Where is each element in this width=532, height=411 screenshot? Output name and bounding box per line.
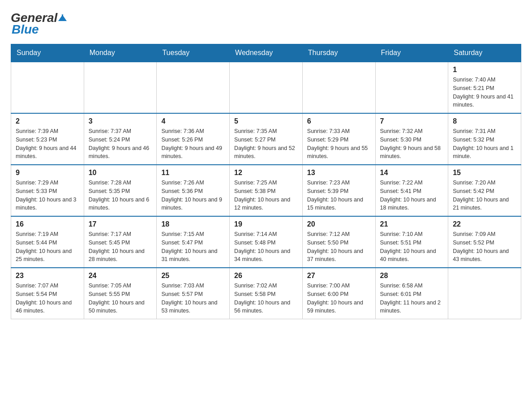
calendar-cell: 3Sunrise: 7:37 AM Sunset: 5:24 PM Daylig…	[84, 113, 157, 165]
day-number: 19	[234, 220, 298, 228]
day-info: Sunrise: 7:14 AM Sunset: 5:48 PM Dayligh…	[234, 230, 298, 264]
day-info: Sunrise: 7:15 AM Sunset: 5:47 PM Dayligh…	[161, 230, 225, 264]
day-info: Sunrise: 7:22 AM Sunset: 5:41 PM Dayligh…	[380, 179, 444, 212]
day-info: Sunrise: 7:26 AM Sunset: 5:36 PM Dayligh…	[161, 179, 225, 212]
calendar: SundayMondayTuesdayWednesdayThursdayFrid…	[11, 44, 521, 319]
day-number: 18	[161, 220, 225, 228]
week-row-4: 16Sunrise: 7:19 AM Sunset: 5:44 PM Dayli…	[11, 216, 521, 268]
week-row-3: 9Sunrise: 7:29 AM Sunset: 5:33 PM Daylig…	[11, 165, 521, 216]
day-info: Sunrise: 7:19 AM Sunset: 5:44 PM Dayligh…	[16, 230, 79, 264]
day-info: Sunrise: 7:28 AM Sunset: 5:35 PM Dayligh…	[89, 179, 152, 212]
page-header: General Blue	[11, 11, 521, 37]
calendar-cell	[302, 62, 375, 113]
day-number: 11	[161, 169, 225, 177]
day-info: Sunrise: 7:29 AM Sunset: 5:33 PM Dayligh…	[16, 179, 79, 212]
day-info: Sunrise: 7:25 AM Sunset: 5:38 PM Dayligh…	[234, 179, 298, 212]
day-number: 24	[89, 272, 152, 280]
calendar-cell	[448, 268, 521, 319]
day-number: 23	[16, 272, 79, 280]
day-info: Sunrise: 7:03 AM Sunset: 5:57 PM Dayligh…	[161, 282, 225, 315]
day-number: 5	[234, 117, 298, 125]
calendar-cell: 11Sunrise: 7:26 AM Sunset: 5:36 PM Dayli…	[157, 165, 230, 216]
day-info: Sunrise: 7:32 AM Sunset: 5:30 PM Dayligh…	[380, 127, 444, 161]
calendar-cell: 12Sunrise: 7:25 AM Sunset: 5:38 PM Dayli…	[230, 165, 303, 216]
calendar-cell: 22Sunrise: 7:09 AM Sunset: 5:52 PM Dayli…	[448, 216, 521, 268]
day-number: 8	[453, 117, 516, 125]
calendar-cell	[84, 62, 157, 113]
day-info: Sunrise: 7:05 AM Sunset: 5:55 PM Dayligh…	[89, 282, 152, 315]
calendar-cell: 9Sunrise: 7:29 AM Sunset: 5:33 PM Daylig…	[11, 165, 84, 216]
calendar-cell: 13Sunrise: 7:23 AM Sunset: 5:39 PM Dayli…	[302, 165, 375, 216]
day-info: Sunrise: 7:09 AM Sunset: 5:52 PM Dayligh…	[453, 230, 516, 264]
day-number: 4	[161, 117, 225, 125]
weekday-header-saturday: Saturday	[448, 44, 521, 62]
calendar-cell	[11, 62, 84, 113]
weekday-header-sunday: Sunday	[11, 44, 84, 62]
day-info: Sunrise: 7:23 AM Sunset: 5:39 PM Dayligh…	[307, 179, 371, 212]
calendar-cell: 27Sunrise: 7:00 AM Sunset: 6:00 PM Dayli…	[302, 268, 375, 319]
day-number: 9	[16, 169, 79, 177]
day-number: 20	[307, 220, 371, 228]
logo-arrow-right	[62, 14, 67, 21]
day-info: Sunrise: 7:02 AM Sunset: 5:58 PM Dayligh…	[234, 282, 298, 315]
calendar-cell: 4Sunrise: 7:36 AM Sunset: 5:26 PM Daylig…	[157, 113, 230, 165]
calendar-cell: 14Sunrise: 7:22 AM Sunset: 5:41 PM Dayli…	[375, 165, 448, 216]
day-info: Sunrise: 7:10 AM Sunset: 5:51 PM Dayligh…	[380, 230, 444, 264]
calendar-cell: 2Sunrise: 7:39 AM Sunset: 5:23 PM Daylig…	[11, 113, 84, 165]
weekday-header-thursday: Thursday	[302, 44, 375, 62]
day-info: Sunrise: 7:35 AM Sunset: 5:27 PM Dayligh…	[234, 127, 298, 161]
day-info: Sunrise: 7:07 AM Sunset: 5:54 PM Dayligh…	[16, 282, 79, 315]
calendar-cell	[157, 62, 230, 113]
logo: General Blue	[11, 11, 67, 37]
day-number: 21	[380, 220, 444, 228]
logo-blue-text: Blue	[12, 22, 39, 37]
day-info: Sunrise: 7:36 AM Sunset: 5:26 PM Dayligh…	[161, 127, 225, 161]
week-row-5: 23Sunrise: 7:07 AM Sunset: 5:54 PM Dayli…	[11, 268, 521, 319]
calendar-cell: 26Sunrise: 7:02 AM Sunset: 5:58 PM Dayli…	[230, 268, 303, 319]
day-number: 3	[89, 117, 152, 125]
day-info: Sunrise: 7:40 AM Sunset: 5:21 PM Dayligh…	[453, 76, 516, 109]
day-number: 28	[380, 272, 444, 280]
weekday-header-row: SundayMondayTuesdayWednesdayThursdayFrid…	[11, 44, 521, 62]
day-info: Sunrise: 7:12 AM Sunset: 5:50 PM Dayligh…	[307, 230, 371, 264]
day-info: Sunrise: 7:31 AM Sunset: 5:32 PM Dayligh…	[453, 127, 516, 161]
day-number: 16	[16, 220, 79, 228]
calendar-cell: 28Sunrise: 6:58 AM Sunset: 6:01 PM Dayli…	[375, 268, 448, 319]
day-info: Sunrise: 7:39 AM Sunset: 5:23 PM Dayligh…	[16, 127, 79, 161]
calendar-cell: 1Sunrise: 7:40 AM Sunset: 5:21 PM Daylig…	[448, 62, 521, 113]
day-number: 2	[16, 117, 79, 125]
day-number: 27	[307, 272, 371, 280]
day-number: 10	[89, 169, 152, 177]
calendar-cell: 20Sunrise: 7:12 AM Sunset: 5:50 PM Dayli…	[302, 216, 375, 268]
day-number: 6	[307, 117, 371, 125]
calendar-cell: 17Sunrise: 7:17 AM Sunset: 5:45 PM Dayli…	[84, 216, 157, 268]
week-row-2: 2Sunrise: 7:39 AM Sunset: 5:23 PM Daylig…	[11, 113, 521, 165]
calendar-cell: 25Sunrise: 7:03 AM Sunset: 5:57 PM Dayli…	[157, 268, 230, 319]
calendar-cell: 24Sunrise: 7:05 AM Sunset: 5:55 PM Dayli…	[84, 268, 157, 319]
calendar-cell: 23Sunrise: 7:07 AM Sunset: 5:54 PM Dayli…	[11, 268, 84, 319]
day-number: 1	[453, 66, 516, 74]
day-number: 12	[234, 169, 298, 177]
day-number: 14	[380, 169, 444, 177]
day-number: 17	[89, 220, 152, 228]
day-info: Sunrise: 7:37 AM Sunset: 5:24 PM Dayligh…	[89, 127, 152, 161]
day-info: Sunrise: 6:58 AM Sunset: 6:01 PM Dayligh…	[380, 282, 444, 315]
day-info: Sunrise: 7:33 AM Sunset: 5:29 PM Dayligh…	[307, 127, 371, 161]
calendar-cell: 16Sunrise: 7:19 AM Sunset: 5:44 PM Dayli…	[11, 216, 84, 268]
weekday-header-tuesday: Tuesday	[157, 44, 230, 62]
calendar-cell: 8Sunrise: 7:31 AM Sunset: 5:32 PM Daylig…	[448, 113, 521, 165]
calendar-cell: 10Sunrise: 7:28 AM Sunset: 5:35 PM Dayli…	[84, 165, 157, 216]
day-info: Sunrise: 7:00 AM Sunset: 6:00 PM Dayligh…	[307, 282, 371, 315]
day-number: 26	[234, 272, 298, 280]
calendar-cell: 7Sunrise: 7:32 AM Sunset: 5:30 PM Daylig…	[375, 113, 448, 165]
day-number: 15	[453, 169, 516, 177]
calendar-cell	[230, 62, 303, 113]
weekday-header-monday: Monday	[84, 44, 157, 62]
calendar-cell: 6Sunrise: 7:33 AM Sunset: 5:29 PM Daylig…	[302, 113, 375, 165]
day-number: 13	[307, 169, 371, 177]
calendar-cell: 18Sunrise: 7:15 AM Sunset: 5:47 PM Dayli…	[157, 216, 230, 268]
calendar-cell: 15Sunrise: 7:20 AM Sunset: 5:42 PM Dayli…	[448, 165, 521, 216]
calendar-cell: 21Sunrise: 7:10 AM Sunset: 5:51 PM Dayli…	[375, 216, 448, 268]
day-info: Sunrise: 7:17 AM Sunset: 5:45 PM Dayligh…	[89, 230, 152, 264]
calendar-cell: 5Sunrise: 7:35 AM Sunset: 5:27 PM Daylig…	[230, 113, 303, 165]
